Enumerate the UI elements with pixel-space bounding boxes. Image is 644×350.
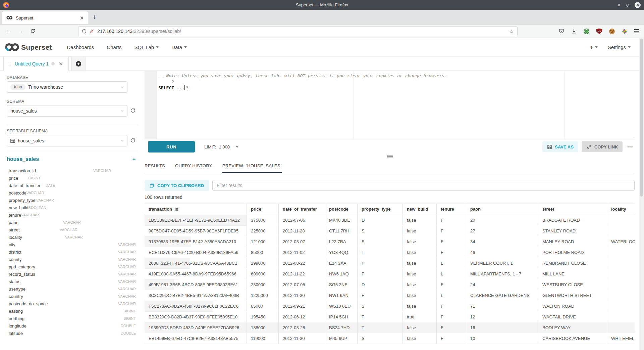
- column-name: status: [9, 279, 118, 284]
- column-type: VARCHAR: [118, 302, 136, 306]
- table-cell: WHITEFIELD: [607, 333, 635, 344]
- column-header[interactable]: date_of_transfer: [279, 204, 325, 215]
- column-header[interactable]: property_type: [358, 204, 403, 215]
- table-schema-select[interactable]: house_sales: [7, 135, 127, 146]
- column-header[interactable]: transaction_id: [145, 204, 247, 215]
- superset-logo-icon[interactable]: [5, 43, 19, 52]
- table-cell: 225000: [247, 226, 279, 236]
- column-header[interactable]: tenure: [437, 204, 466, 215]
- refresh-schema-icon[interactable]: [130, 108, 136, 113]
- reload-button[interactable]: [30, 29, 35, 34]
- chevron-down-icon: [120, 110, 124, 112]
- text-cursor: [184, 85, 185, 90]
- tab-results[interactable]: RESULTS: [145, 160, 165, 173]
- table-cell: ECE1D376-C9A6-4C00-B004-A380B189FA56: [145, 247, 247, 258]
- schema-column-row: price BIGINT: [9, 174, 41, 182]
- ublock-icon[interactable]: uO: [596, 29, 602, 34]
- tab-preview-house-sales[interactable]: PREVIEW: `HOUSE_SALES`: [222, 160, 282, 173]
- schema-column-row: tenure VARCHAR: [9, 211, 38, 219]
- cookie-extension-icon[interactable]: [609, 29, 615, 34]
- pocket-icon[interactable]: [559, 29, 564, 34]
- schema-column-row: paon VARCHAR: [9, 219, 81, 226]
- chevron-up-icon[interactable]: [132, 158, 136, 161]
- table-cell: M45 6UP: [325, 333, 358, 344]
- table-cell: E14 3XA: [325, 258, 358, 268]
- nav-sql-lab[interactable]: SQL Lab: [135, 44, 159, 50]
- forward-button[interactable]: →: [18, 28, 23, 34]
- settings-menu[interactable]: Settings: [608, 44, 631, 50]
- save-icon: [547, 144, 552, 149]
- add-new-button[interactable]: +: [590, 44, 598, 51]
- table-cell: false: [403, 333, 437, 344]
- table-cell: 2012-06-12: [279, 312, 325, 322]
- tab-query-history[interactable]: QUERY HISTORY: [175, 160, 212, 173]
- page-scrollbar[interactable]: [639, 38, 644, 350]
- tab-close-icon[interactable]: ✕: [79, 15, 84, 20]
- table-row: 499B1981-3B6B-4BCD-808F-9FED9802BFA12300…: [145, 279, 174, 290]
- superset-brand[interactable]: Superset: [21, 43, 52, 51]
- downloads-icon[interactable]: [571, 29, 577, 34]
- chevron-down-icon: [236, 146, 238, 148]
- drag-handle-icon[interactable]: ⋮: [8, 61, 12, 67]
- menu-icon[interactable]: [634, 29, 639, 33]
- browser-tab[interactable]: Superset ✕: [2, 11, 88, 25]
- schema-column-row: new_build BOOLEAN: [9, 204, 43, 211]
- extension-icon[interactable]: [584, 29, 589, 34]
- sql-editor[interactable]: 123 -- Note: Unless you save your query,…: [145, 71, 635, 139]
- query-tab-close-icon[interactable]: ✕: [59, 61, 63, 67]
- table-cell: WALTON ROAD: [538, 301, 607, 311]
- add-query-tab-button[interactable]: +: [71, 57, 86, 71]
- column-header[interactable]: postcode: [325, 204, 358, 215]
- query-tab-title: Untitled Query 1: [15, 61, 49, 67]
- table-cell: F5C273AC-0D2A-458F-8279-9C61F0C22EC6: [145, 301, 247, 311]
- column-type: VARCHAR: [63, 220, 81, 224]
- column-header[interactable]: price: [247, 204, 279, 215]
- column-name: record_status: [9, 272, 118, 277]
- more-options-button[interactable]: •••: [626, 145, 635, 149]
- editor-code-area[interactable]: -- Note: Unless you save your query, the…: [157, 73, 635, 91]
- query-tab[interactable]: ⋮ Untitled Query 1 ✕: [3, 57, 69, 71]
- table-row: BB8320C9-D82B-4B37-90E0-9FEE05095E101954…: [145, 312, 219, 322]
- nav-data[interactable]: Data: [171, 44, 187, 50]
- shield-icon[interactable]: [82, 29, 87, 34]
- table-schema-header[interactable]: house_sales: [7, 156, 136, 162]
- window-close-button[interactable]: ✕: [635, 2, 641, 8]
- table-cell: 230000: [247, 279, 279, 290]
- table-cell: BS24 7HD: [325, 322, 358, 333]
- column-name: paon: [9, 220, 63, 225]
- limit-dropdown[interactable]: LIMIT: 1 000: [204, 144, 238, 149]
- scrollbar-thumb[interactable]: [640, 39, 643, 196]
- copy-to-clipboard-button[interactable]: COPY TO CLIPBOARD: [145, 180, 209, 191]
- column-type: VARCHAR: [36, 198, 54, 202]
- run-button[interactable]: RUN: [148, 141, 195, 152]
- limit-label: LIMIT:: [204, 144, 216, 149]
- refresh-table-icon[interactable]: [130, 138, 136, 143]
- copy-link-button[interactable]: COPY LINK: [582, 141, 623, 152]
- bookmark-star-icon[interactable]: ☆: [509, 28, 514, 35]
- colorful-extension-icon[interactable]: [622, 29, 627, 34]
- column-header[interactable]: street: [538, 204, 607, 215]
- column-header[interactable]: paon: [466, 204, 538, 215]
- column-header[interactable]: locality: [607, 204, 635, 215]
- schema-column-row: northing BIGINT: [9, 315, 136, 322]
- save-as-button[interactable]: SAVE AS: [542, 141, 578, 152]
- url-bar[interactable]: 217.160.120.143:32393/superset/sqllab/ ☆: [78, 26, 518, 36]
- pane-splitter[interactable]: [145, 155, 635, 159]
- schema-select[interactable]: house_sales: [7, 105, 127, 117]
- nav-charts[interactable]: Charts: [107, 44, 121, 50]
- sql-code-line: SELECT ...: [157, 85, 635, 91]
- chevron-down-icon: [120, 86, 124, 88]
- table-cell: MILL APARTMENTS, 1 - 7: [466, 269, 538, 279]
- schema-label: SCHEMA: [7, 99, 24, 104]
- window-title: Superset — Mozilla Firefox: [0, 2, 644, 7]
- table-cell: 27: [466, 226, 538, 236]
- nav-dashboards[interactable]: Dashboards: [67, 44, 94, 50]
- window-minimize-button[interactable]: ∨: [617, 3, 621, 7]
- new-tab-button[interactable]: +: [93, 14, 97, 20]
- window-maximize-button[interactable]: ◇: [626, 3, 629, 7]
- database-select[interactable]: trino Trino warehouse: [7, 81, 127, 93]
- lock-disabled-icon[interactable]: [90, 29, 94, 34]
- back-button[interactable]: ←: [5, 28, 11, 34]
- filter-results-input[interactable]: [212, 180, 635, 191]
- column-header[interactable]: new_build: [403, 204, 437, 215]
